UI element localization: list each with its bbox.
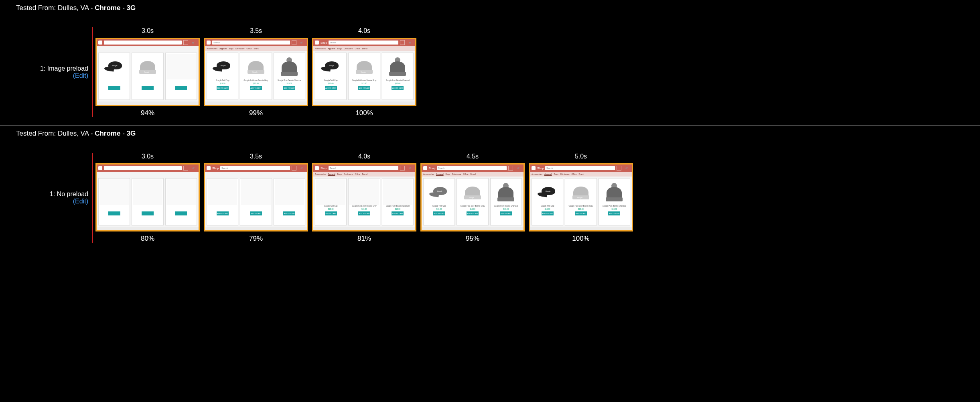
shop-topbar: Shop Search 🛒 (313, 164, 415, 172)
product-image: Google (316, 54, 345, 79)
shop-nav-item: Bags (446, 173, 450, 175)
search-icon (183, 166, 188, 171)
page-thumbnail[interactable]: 🛒 AccessoriesApparelBagsDrinkwareOfficeB… (95, 38, 200, 106)
add-to-cart-button: ADD TO CART (575, 211, 587, 215)
cart-icon: 🛒 (190, 166, 197, 170)
add-to-cart-button: ADD TO CART (325, 211, 337, 215)
edit-link[interactable]: (Edit) (73, 72, 88, 79)
shopping-bag-icon (207, 166, 211, 170)
add-to-cart-button: ADD TO CART (500, 211, 512, 215)
tested-from-prefix: Tested From: (16, 4, 58, 12)
product-card: Google Google Twill Cap $13.00 ADD TO CA… (532, 178, 563, 225)
shop-brand-label: Shop (212, 167, 219, 170)
frame-time-label: 3.5s (250, 27, 262, 35)
visual-complete-percent: 99% (249, 109, 263, 117)
product-placeholder (99, 179, 129, 205)
shop-nav-item: Apparel (436, 173, 444, 175)
shop-nav-item: Accessories (532, 173, 542, 175)
cart-icon: 🛒 (190, 41, 197, 45)
page-thumbnail[interactable]: Shop Search 🛒 AccessoriesApparelBagsDrin… (312, 163, 416, 231)
shop-nav-item: Apparel (328, 47, 335, 50)
product-name: Google Fold-over Beanie Gray (352, 205, 376, 208)
add-to-cart-button (175, 86, 187, 90)
cart-icon: 🛒 (298, 41, 305, 45)
add-to-cart-button: ADD TO CART (392, 211, 404, 215)
product-image (383, 179, 412, 205)
search-icon (292, 40, 296, 45)
product-placeholder (166, 179, 196, 205)
product-card: ADD TO CART (207, 178, 238, 225)
shop-nav-item: Office (463, 173, 469, 175)
product-price: $13.00 (328, 83, 334, 85)
product-image (316, 179, 345, 205)
row-number: 1: (40, 65, 47, 72)
search-icon (617, 166, 621, 171)
add-to-cart-button: ADD TO CART (433, 211, 445, 215)
search-input (104, 41, 182, 45)
shop-nav-item: Office (355, 47, 360, 50)
shop-nav-item: Accessories (207, 47, 217, 50)
page-thumbnail[interactable]: 🛒 AccessoriesApparelBagsDrinkwareOfficeB… (95, 163, 200, 231)
page-thumbnail[interactable]: Shop Search 🛒 AccessoriesApparelBagsDrin… (312, 38, 416, 106)
page-thumbnail[interactable]: Shop Search 🛒 AccessoriesApparelBagsDrin… (420, 163, 525, 231)
product-placeholder (241, 179, 270, 205)
product-name: Google Pom Beanie Charcoal (494, 205, 518, 208)
shopping-bag-icon (315, 166, 319, 170)
filmstrip-frame: 5.0s Shop Search 🛒 AccessoriesApparelBag… (529, 153, 633, 243)
product-pom-beanie-icon (281, 57, 298, 76)
shop-nav-item: Bags (337, 47, 342, 50)
add-to-cart-button: ADD TO CART (217, 86, 229, 90)
product-image: Google (133, 54, 162, 79)
shopping-bag-icon (423, 166, 427, 170)
product-image (349, 179, 379, 205)
frame-time-label: 5.0s (575, 153, 587, 161)
add-to-cart-button (175, 211, 187, 215)
tested-from-label: Tested From: Dulles, VA - Chrome - 3G (16, 130, 964, 138)
search-input: Search (212, 41, 290, 45)
shop-nav-item: Accessories (423, 173, 434, 175)
shop-nav-item: Drinkware (344, 173, 353, 175)
product-card: Google (132, 53, 163, 100)
filmstrip-frame: 4.0s Shop Search 🛒 AccessoriesApparelBag… (312, 153, 416, 243)
product-cap-icon: Google (321, 60, 341, 73)
product-cap-icon: Google (538, 185, 558, 199)
row-label: 1: No preload (Edit) (16, 153, 92, 243)
search-icon (400, 166, 405, 171)
page-thumbnail[interactable]: Shop Search 🛒 AccessoriesApparelBagsDrin… (204, 163, 308, 231)
product-card: Google Google Twill Cap $13.00 ADD TO CA… (207, 53, 238, 100)
tested-from-label: Tested From: Dulles, VA - Chrome - 3G (16, 4, 964, 12)
product-card: Google Google Fold-over Beanie Gray $13.… (457, 178, 488, 225)
frame-time-label: 4.5s (467, 153, 479, 161)
shop-nav-item: Apparel (544, 173, 552, 175)
row-number: 1: (50, 191, 57, 197)
product-pom-beanie-icon (606, 183, 623, 201)
product-card: ADD TO CART (274, 178, 305, 225)
page-thumbnail[interactable]: Search 🛒 AccessoriesApparelBagsDrinkware… (204, 38, 308, 106)
shop-nav-item: Apparel (328, 173, 335, 175)
cart-icon: 🛒 (406, 41, 414, 45)
product-image (275, 54, 304, 79)
shop-footer (313, 102, 415, 105)
product-price: $13.00 (395, 208, 400, 211)
add-to-cart-button: ADD TO CART (358, 211, 370, 215)
product-cap-icon: Google (429, 185, 449, 199)
product-beanie-icon: Google (139, 59, 156, 75)
add-to-cart-button (108, 211, 120, 215)
filmstrip-frame: 3.5s Search 🛒 AccessoriesApparelBagsDrin… (204, 27, 308, 117)
product-image: Google (533, 179, 562, 205)
frame-time-label: 3.5s (250, 153, 262, 161)
product-name: Google Pom Beanie Charcoal (603, 205, 627, 208)
shop-nav-item: Drinkware (344, 47, 353, 50)
shop-nav-item: Brand (362, 173, 367, 175)
tested-from-separator: - (120, 130, 126, 137)
shop-nav-item: Bags (229, 47, 233, 50)
filmstrip-frame: 4.5s Shop Search 🛒 AccessoriesApparelBag… (420, 153, 525, 243)
product-price: $13.00 (253, 83, 259, 85)
add-to-cart-button: ADD TO CART (608, 211, 620, 215)
edit-link[interactable]: (Edit) (73, 198, 88, 205)
product-card: Google Fold-over Beanie Gray $13.00 ADD … (348, 178, 380, 225)
shop-topbar: Shop Search 🛒 (422, 164, 523, 172)
page-thumbnail[interactable]: Shop Search 🛒 AccessoriesApparelBagsDrin… (529, 163, 633, 231)
tested-from-separator: - (120, 4, 126, 12)
product-card: Google Pom Beanie Charcoal $13.00 ADD TO… (490, 178, 522, 225)
